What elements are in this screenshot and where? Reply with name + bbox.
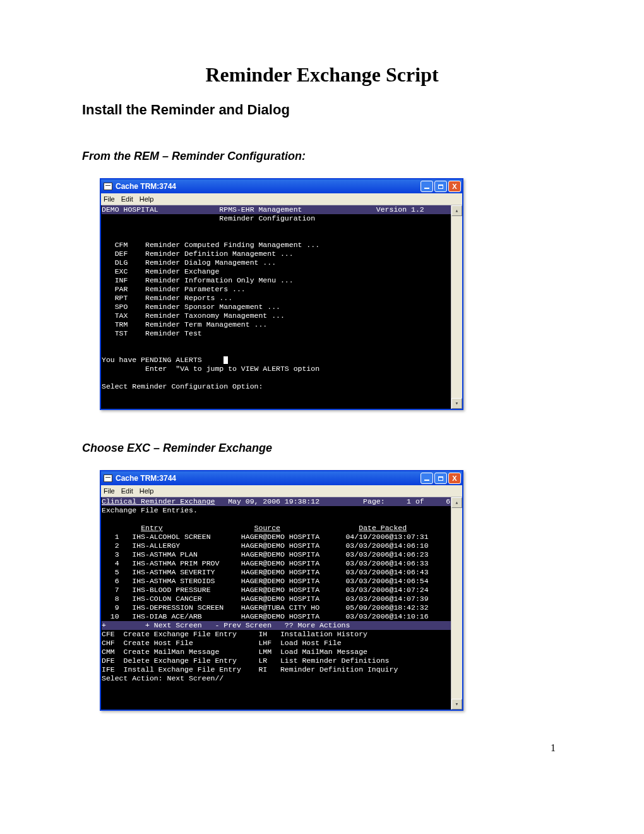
table-row[interactable]: 1 IHS-ALCOHOL SCREEN HAGER@DEMO HOSPITA … xyxy=(102,533,429,541)
terminal-subhead: Exchange File Entries. xyxy=(102,506,450,514)
cursor-icon xyxy=(224,356,228,364)
table-row[interactable]: 9 IHS-DEPRESSION SCREEN HAGER@TUBA CITY … xyxy=(102,603,429,612)
app-icon xyxy=(104,183,112,190)
menu-line: SPO Reminder Sponsor Management ... xyxy=(102,303,280,311)
menu-line: TAX Reminder Taxonomy Management ... xyxy=(102,311,285,320)
close-button[interactable]: X xyxy=(448,181,461,192)
action-line[interactable]: CFE Create Exchange File Entry IH Instal… xyxy=(102,630,367,638)
action-line[interactable]: CMM Create MailMan Message LMM Load Mail… xyxy=(102,648,367,656)
terminal-window-1: Cache TRM:3744 X File Edit Help DEMO HOS… xyxy=(100,178,463,410)
table-row[interactable]: 4 IHS-ASTHMA PRIM PROV HAGER@DEMO HOSPIT… xyxy=(102,559,429,567)
section-heading: Install the Reminder and Dialog xyxy=(82,102,562,118)
maximize-button[interactable] xyxy=(434,181,447,192)
app-icon xyxy=(104,474,112,482)
menu-line: PAR Reminder Parameters ... xyxy=(102,285,246,293)
menu-help[interactable]: Help xyxy=(140,486,154,495)
table-row[interactable]: 2 IHS-ALLERGY HAGER@DEMO HOSPITA 03/03/2… xyxy=(102,541,429,550)
menubar: File Edit Help xyxy=(101,485,462,497)
window-title: Cache TRM:3744 xyxy=(116,182,176,191)
prompt[interactable]: Select Reminder Configuration Option: xyxy=(102,382,267,390)
action-line[interactable]: CHF Create Host File LHF Load Host File xyxy=(102,639,342,647)
menu-line: RPT Reminder Reports ... xyxy=(102,294,232,302)
menu-line: TST Reminder Test xyxy=(102,329,202,337)
table-row[interactable]: 8 IHS-COLON CANCER HAGER@DEMO HOSPITA 03… xyxy=(102,595,429,603)
action-line[interactable]: IFE Install Exchange File Entry RI Remin… xyxy=(102,665,398,674)
prompt[interactable]: Select Action: Next Screen// xyxy=(102,674,224,682)
table-row[interactable]: 3 IHS-ASTHMA PLAN HAGER@DEMO HOSPITA 03/… xyxy=(102,550,429,559)
table-row[interactable]: 7 IHS-BLOOD PRESSURE HAGER@DEMO HOSPITA … xyxy=(102,586,429,594)
scroll-down-icon[interactable]: ▾ xyxy=(451,398,462,409)
table-row[interactable]: 6 IHS-ASTHMA STEROIDS HAGER@DEMO HOSPITA… xyxy=(102,577,429,585)
nav-row[interactable]: + + Next Screen - Prev Screen ?? More Ac… xyxy=(102,621,462,630)
menu-file[interactable]: File xyxy=(104,486,115,495)
window-title: Cache TRM:3744 xyxy=(116,474,176,483)
alert-line: You have PENDING ALERTS xyxy=(102,356,224,364)
action-line[interactable]: DFE Delete Exchange File Entry LR List R… xyxy=(102,656,389,665)
terminal-subhead: Reminder Configuration xyxy=(102,214,450,222)
scrollbar[interactable]: ▴ ▾ xyxy=(451,497,462,710)
titlebar[interactable]: Cache TRM:3744 X xyxy=(101,179,462,193)
minimize-button[interactable] xyxy=(420,181,433,192)
column-headers: Entry Source Date Packed xyxy=(102,524,407,532)
step-2-heading: Choose EXC – Reminder Exchange xyxy=(82,442,562,455)
menu-line: EXC Reminder Exchange xyxy=(102,267,219,275)
document-title: Reminder Exchange Script xyxy=(82,63,562,87)
terminal-header-row: DEMO HOSPITAL RPMS-EHR Management Versio… xyxy=(102,205,462,214)
menu-file[interactable]: File xyxy=(104,195,115,203)
table-row[interactable]: 5 IHS-ASTHMA SEVERITY HAGER@DEMO HOSPITA… xyxy=(102,568,429,576)
alert-hint: Enter "VA to jump to VIEW ALERTS option xyxy=(102,365,319,373)
terminal-header-row: Clinical Reminder Exchange May 09, 2006 … xyxy=(102,497,462,506)
terminal-window-2: Cache TRM:3744 X File Edit Help Clinical… xyxy=(100,470,463,711)
table-row[interactable]: 10 IHS-DIAB ACE/ARB HAGER@DEMO HOSPITA 0… xyxy=(102,612,429,620)
menu-line: TRM Reminder Term Management ... xyxy=(102,320,267,329)
step-1-heading: From the REM – Reminder Configuration: xyxy=(82,150,562,163)
menu-edit[interactable]: Edit xyxy=(121,195,133,203)
terminal-area[interactable]: DEMO HOSPITAL RPMS-EHR Management Versio… xyxy=(101,205,462,409)
menu-line: DLG Reminder Dialog Management ... xyxy=(102,258,276,267)
scrollbar[interactable]: ▴ ▾ xyxy=(451,205,462,409)
terminal-area[interactable]: Clinical Reminder Exchange May 09, 2006 … xyxy=(101,497,462,710)
maximize-button[interactable] xyxy=(434,473,447,484)
minimize-button[interactable] xyxy=(420,473,433,484)
titlebar[interactable]: Cache TRM:3744 X xyxy=(101,471,462,485)
menu-line: CFM Reminder Computed Finding Management… xyxy=(102,241,319,249)
scroll-up-icon[interactable]: ▴ xyxy=(451,497,462,508)
page-number: 1 xyxy=(82,742,562,754)
menubar: File Edit Help xyxy=(101,193,462,205)
menu-line: INF Reminder Information Only Menu ... xyxy=(102,276,294,284)
scroll-down-icon[interactable]: ▾ xyxy=(451,699,462,710)
menu-help[interactable]: Help xyxy=(140,195,154,203)
menu-edit[interactable]: Edit xyxy=(121,486,133,495)
close-button[interactable]: X xyxy=(448,473,461,484)
menu-line: DEF Reminder Definition Management ... xyxy=(102,250,294,258)
scroll-up-icon[interactable]: ▴ xyxy=(451,205,462,216)
